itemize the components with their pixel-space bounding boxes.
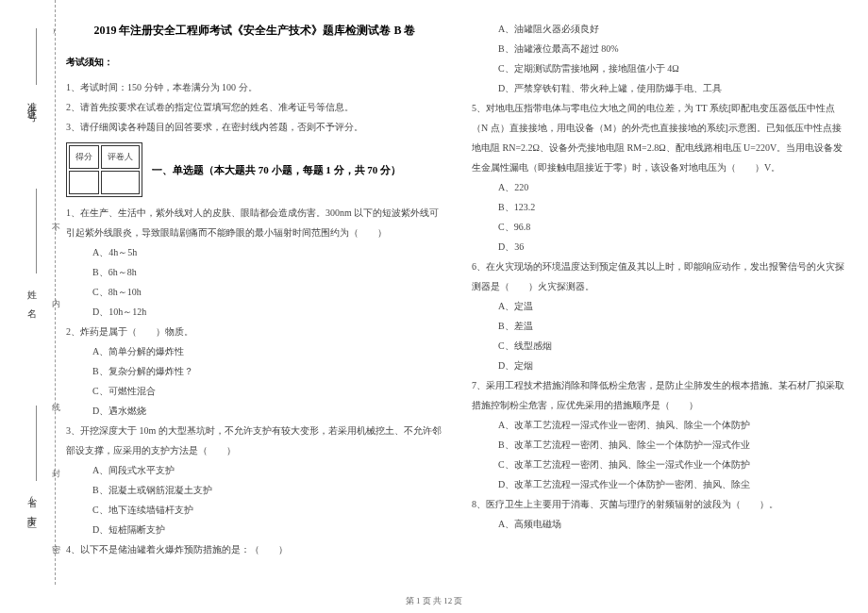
q1-opt-b: B、6h～8h	[66, 262, 443, 282]
page-content: 2019 年注册安全工程师考试《安全生产技术》题库检测试卷 B 卷 考试须知： …	[0, 0, 868, 559]
q6-stem: 6、在火灾现场的环境温度达到预定值及其以上时，即能响应动作，发出报警信号的火灾探…	[472, 257, 849, 296]
page-footer: 第 1 页 共 12 页	[0, 595, 868, 607]
q4-stem: 4、以下不是储油罐着火爆炸预防措施的是：（ ）	[66, 539, 443, 559]
notice-item-1: 1、考试时间：150 分钟，本卷满分为 100 分。	[66, 77, 443, 97]
q2-stem: 2、炸药是属于（ ）物质。	[66, 322, 443, 341]
q5-opt-d: D、36	[472, 237, 849, 257]
q3-stem: 3、开挖深度大于 10m 的大型基坑时，不允许支护有较大变形，若采用机械挖土、不…	[66, 421, 443, 460]
field-province: 省(市区)	[25, 490, 38, 530]
notice-heading: 考试须知：	[66, 52, 443, 72]
q1-opt-a: A、4h～5h	[66, 242, 443, 262]
q3-opt-d: D、短桩隔断支护	[66, 520, 443, 539]
score-blank	[69, 171, 99, 194]
q4-opt-c: C、定期测试防雷接地网，接地阻值小于 4Ω	[472, 58, 849, 78]
right-column: A、油罐阻火器必须良好 B、油罐液位最高不超过 80% C、定期测试防雷接地网，…	[472, 19, 849, 559]
notice-item-2: 2、请首先按要求在试卷的指定位置填写您的姓名、准考证号等信息。	[66, 97, 443, 117]
notice-item-3: 3、请仔细阅读各种题目的回答要求，在密封线内答题，否则不予评分。	[66, 117, 443, 137]
q1-opt-d: D、10h～12h	[66, 302, 443, 322]
grader-label: 评卷人	[101, 145, 140, 169]
section1-header-row: 得分 评卷人 一、单选题（本大题共 70 小题，每题 1 分，共 70 分）	[66, 142, 443, 197]
q7-opt-b: B、改革工艺流程一密闭、抽风、除尘一个体防护一湿式作业	[472, 435, 849, 455]
q5-opt-a: A、220	[472, 177, 849, 197]
two-column-layout: 2019 年注册安全工程师考试《安全生产技术》题库检测试卷 B 卷 考试须知： …	[66, 19, 849, 559]
q8-stem: 8、医疗卫生上主要用于消毒、灭菌与理疗的射频辐射的波段为（ ）。	[472, 494, 849, 514]
q7-stem: 7、采用工程技术措施消除和降低粉尘危害，是防止尘肺发生的根本措施。某石材厂拟采取…	[472, 375, 849, 415]
q6-opt-c: C、线型感烟	[472, 336, 849, 356]
q2-opt-a: A、简单分解的爆炸性	[66, 341, 443, 361]
q4-opt-b: B、油罐液位最高不超过 80%	[472, 39, 849, 58]
q2-opt-c: C、可燃性混合	[66, 381, 443, 401]
q4-opt-a: A、油罐阻火器必须良好	[472, 19, 849, 39]
q1-opt-c: C、8h～10h	[66, 282, 443, 302]
grader-blank	[101, 171, 140, 194]
q3-opt-b: B、混凝土或钢筋混凝土支护	[66, 480, 443, 500]
q5-opt-c: C、96.8	[472, 217, 849, 237]
q1-stem: 1、在生产、生活中，紫外线对人的皮肤、眼睛都会造成伤害。300nm 以下的短波紫…	[66, 203, 443, 242]
field-name-line	[36, 189, 37, 273]
q6-opt-d: D、定烟	[472, 356, 849, 375]
section1-title: 一、单选题（本大题共 70 小题，每题 1 分，共 70 分）	[152, 159, 401, 181]
score-label: 得分	[69, 145, 99, 169]
q5-stem: 5、对地电压指带电体与零电位大地之间的电位差，为 TT 系统[即配电变压器低压中…	[472, 98, 849, 177]
field-exam-id-line	[36, 28, 37, 85]
q7-opt-a: A、改革工艺流程一湿式作业一密闭、抽风、除尘一个体防护	[472, 415, 849, 435]
score-box: 得分 评卷人	[66, 142, 142, 197]
exam-title: 2019 年注册安全工程师考试《安全生产技术》题库检测试卷 B 卷	[66, 19, 443, 42]
q2-opt-d: D、遇水燃烧	[66, 401, 443, 421]
q6-opt-a: A、定温	[472, 296, 849, 316]
binding-margin: ⌢ 密 封 线 内 不 省(市区) 姓 名 准考证号	[8, 0, 59, 585]
q7-opt-d: D、改革工艺流程一湿式作业一个体防护一密闭、抽风、除尘	[472, 474, 849, 494]
field-exam-id: 准考证号	[25, 94, 38, 109]
field-province-line	[36, 406, 37, 481]
field-name: 姓 名	[25, 283, 38, 305]
q2-opt-b: B、复杂分解的爆炸性？	[66, 361, 443, 381]
q7-opt-c: C、改革工艺流程一密闭、抽风、除尘一湿式作业一个体防护	[472, 455, 849, 474]
q4-opt-d: D、严禁穿铁钉鞋、带火种上罐，使用防爆手电、工具	[472, 78, 849, 98]
left-column: 2019 年注册安全工程师考试《安全生产技术》题库检测试卷 B 卷 考试须知： …	[66, 19, 443, 559]
q5-opt-b: B、123.2	[472, 197, 849, 217]
binding-dashed-line	[55, 0, 56, 585]
q3-opt-a: A、间段式水平支护	[66, 460, 443, 480]
q8-opt-a: A、高频电磁场	[472, 514, 849, 534]
q6-opt-b: B、差温	[472, 316, 849, 336]
q3-opt-c: C、地下连续墙锚杆支护	[66, 500, 443, 520]
binding-char-top: ⌢	[50, 28, 59, 34]
